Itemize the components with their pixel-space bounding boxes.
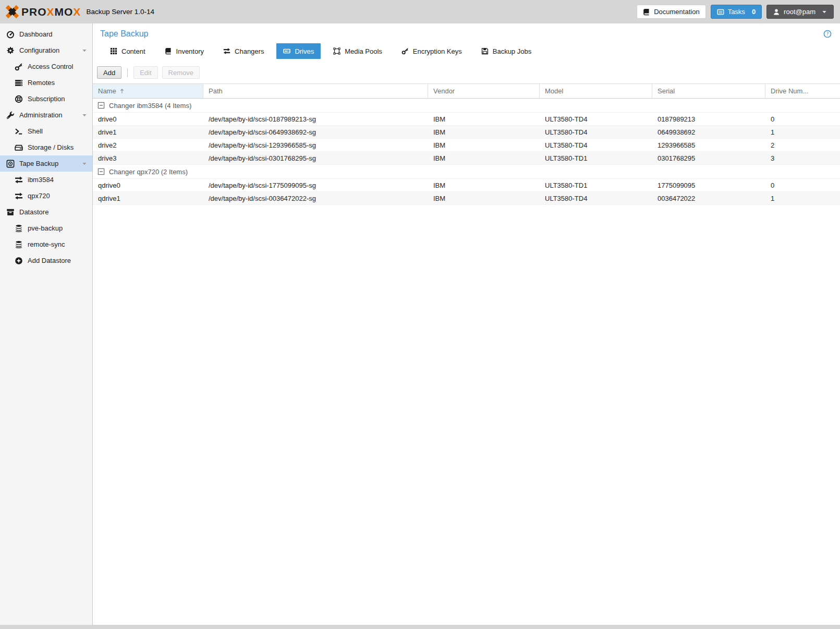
sidebar-item-subscription[interactable]: Subscription xyxy=(0,91,92,107)
sidebar-item-label: Dashboard xyxy=(19,30,53,38)
add-button[interactable]: Add xyxy=(97,66,121,79)
column-header-vendor[interactable]: Vendor xyxy=(428,84,540,98)
help-circle-icon[interactable] xyxy=(823,29,832,39)
tab-drives[interactable]: Drives xyxy=(276,43,321,59)
book-icon xyxy=(643,8,650,16)
cell-name: drive3 xyxy=(93,154,203,162)
sidebar-item-label: pve-backup xyxy=(28,224,63,232)
tab-changers[interactable]: Changers xyxy=(216,43,271,59)
cell-path: /dev/tape/by-id/scsi-1775099095-sg xyxy=(203,182,428,189)
cell-drive-num: 0 xyxy=(765,115,840,123)
remove-button[interactable]: Remove xyxy=(162,66,200,79)
content-area: Dashboard Configuration Access Control R… xyxy=(0,23,840,625)
tab-label: Drives xyxy=(295,47,314,55)
sidebar-item-datastore[interactable]: Datastore xyxy=(0,204,92,220)
main-panel: Tape Backup Content Inventory Changers xyxy=(93,23,840,625)
book-icon xyxy=(165,47,172,55)
table-row[interactable]: qdrive0 /dev/tape/by-id/scsi-1775099095-… xyxy=(93,179,840,192)
cell-vendor: IBM xyxy=(428,128,540,136)
column-header-model[interactable]: Model xyxy=(540,84,652,98)
proxmox-x-icon xyxy=(5,5,19,19)
cell-name: drive1 xyxy=(93,128,203,136)
chevron-down-icon xyxy=(81,161,88,167)
app-title: Backup Server 1.0-14 xyxy=(86,8,154,16)
cell-serial: 0649938692 xyxy=(652,128,765,136)
edit-button[interactable]: Edit xyxy=(133,66,157,79)
cell-model: ULT3580-TD4 xyxy=(540,115,652,123)
cell-serial: 0187989213 xyxy=(652,115,765,123)
documentation-button[interactable]: Documentation xyxy=(637,5,705,19)
cell-name: qdrive0 xyxy=(93,182,203,189)
sidebar-item-access-control[interactable]: Access Control xyxy=(0,58,92,75)
task-list-icon xyxy=(717,8,724,16)
cell-path: /dev/tape/by-id/scsi-0187989213-sg xyxy=(203,115,428,123)
app-root: PROXMOX Backup Server 1.0-14 Documentati… xyxy=(0,0,840,629)
sidebar-item-ibm3584[interactable]: ibm3584 xyxy=(0,172,92,188)
user-icon xyxy=(773,8,780,16)
tab-label: Media Pools xyxy=(345,47,382,55)
cell-model: ULT3580-TD1 xyxy=(540,154,652,162)
key-icon xyxy=(401,47,409,55)
tab-backup-jobs[interactable]: Backup Jobs xyxy=(474,43,538,59)
user-menu-button[interactable]: root@pam xyxy=(766,5,834,19)
page-title: Tape Backup xyxy=(100,29,149,39)
sort-ascending-icon xyxy=(119,88,125,94)
sidebar-item-label: Storage / Disks xyxy=(28,143,74,151)
drives-table: Name Path Vendor Model Serial Drive Num.… xyxy=(93,83,840,205)
sidebar-item-remotes[interactable]: Remotes xyxy=(0,75,92,91)
sidebar-item-pve-backup[interactable]: pve-backup xyxy=(0,220,92,236)
minus-square-icon xyxy=(98,102,105,109)
table-row[interactable]: drive1 /dev/tape/by-id/scsi-0649938692-s… xyxy=(93,126,840,139)
tasks-button[interactable]: Tasks 0 xyxy=(711,5,762,19)
cell-serial: 0301768295 xyxy=(652,154,765,162)
group-header-ibm3584[interactable]: Changer ibm3584 (4 Items) xyxy=(93,99,840,113)
chevron-down-icon xyxy=(81,112,88,118)
column-header-serial[interactable]: Serial xyxy=(652,84,765,98)
exchange-icon xyxy=(15,192,23,200)
sidebar-item-administration[interactable]: Administration xyxy=(0,107,92,123)
sidebar-item-remote-sync[interactable]: remote-sync xyxy=(0,236,92,252)
hdd-icon xyxy=(15,143,23,152)
tab-media-pools[interactable]: Media Pools xyxy=(326,43,389,59)
tab-bar: Content Inventory Changers Drives Media … xyxy=(93,43,840,61)
cell-path: /dev/tape/by-id/scsi-1293966585-sg xyxy=(203,141,428,149)
cell-vendor: IBM xyxy=(428,182,540,189)
cell-serial: 1293966585 xyxy=(652,141,765,149)
table-row[interactable]: qdrive1 /dev/tape/by-id/scsi-0036472022-… xyxy=(93,192,840,205)
cell-vendor: IBM xyxy=(428,141,540,149)
chevron-down-icon xyxy=(821,9,827,15)
group-header-qpx720[interactable]: Changer qpx720 (2 Items) xyxy=(93,165,840,179)
cell-vendor: IBM xyxy=(428,195,540,202)
sidebar-item-label: Add Datastore xyxy=(28,257,71,264)
sidebar-item-label: qpx720 xyxy=(28,192,50,200)
sidebar-item-qpx720[interactable]: qpx720 xyxy=(0,188,92,204)
sidebar-item-label: Administration xyxy=(19,111,62,119)
sidebar-item-label: Subscription xyxy=(28,95,65,103)
sidebar-item-shell[interactable]: Shell xyxy=(0,123,92,139)
tape-drive-icon xyxy=(283,47,290,55)
table-row[interactable]: drive0 /dev/tape/by-id/scsi-0187989213-s… xyxy=(93,113,840,126)
sidebar-item-dashboard[interactable]: Dashboard xyxy=(0,26,92,42)
cell-path: /dev/tape/by-id/scsi-0301768295-sg xyxy=(203,154,428,162)
lifering-icon xyxy=(15,95,23,103)
datastore-box-icon xyxy=(6,208,15,216)
sidebar-item-add-datastore[interactable]: Add Datastore xyxy=(0,252,92,269)
table-header-row: Name Path Vendor Model Serial Drive Num.… xyxy=(93,83,840,99)
plus-circle-icon xyxy=(15,257,23,265)
column-header-path[interactable]: Path xyxy=(203,84,428,98)
sidebar-item-label: Shell xyxy=(28,127,43,135)
tab-inventory[interactable]: Inventory xyxy=(158,43,211,59)
user-label: root@pam xyxy=(784,8,815,16)
terminal-icon xyxy=(15,127,23,136)
table-row[interactable]: drive2 /dev/tape/by-id/scsi-1293966585-s… xyxy=(93,139,840,152)
tab-content[interactable]: Content xyxy=(103,43,152,59)
minus-square-icon xyxy=(98,168,105,175)
column-header-name[interactable]: Name xyxy=(93,84,203,98)
sidebar-item-configuration[interactable]: Configuration xyxy=(0,42,92,58)
grid-icon xyxy=(110,47,117,55)
sidebar-item-tape-backup[interactable]: Tape Backup xyxy=(0,155,92,172)
table-row[interactable]: drive3 /dev/tape/by-id/scsi-0301768295-s… xyxy=(93,152,840,165)
tab-encryption-keys[interactable]: Encryption Keys xyxy=(395,43,469,59)
column-header-drive-num[interactable]: Drive Num... xyxy=(765,84,840,98)
sidebar-item-storage-disks[interactable]: Storage / Disks xyxy=(0,139,92,155)
